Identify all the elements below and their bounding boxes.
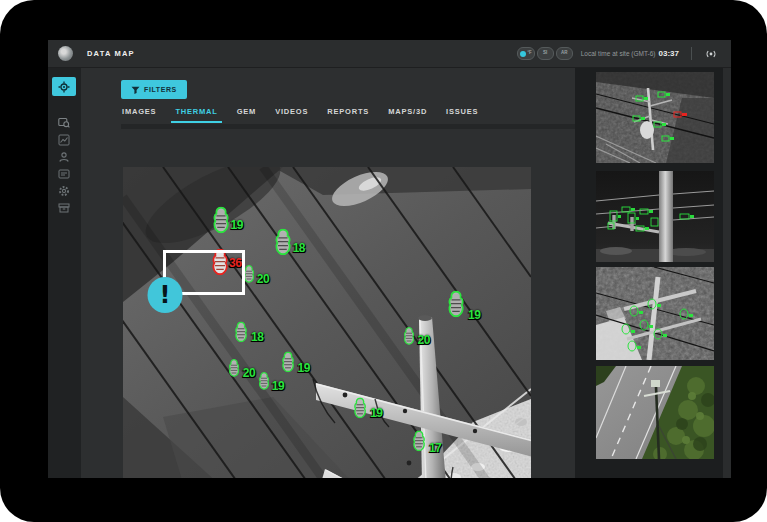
- page-title: DATA MAP: [87, 49, 135, 58]
- insulator-detection-ok[interactable]: [243, 265, 255, 287]
- user-icon: [58, 151, 70, 163]
- thumbnail-thermal-aerial-crossarms[interactable]: [596, 267, 714, 360]
- header-divider: [691, 47, 692, 60]
- local-time-label: Local time at site (GMT-6): [581, 50, 656, 57]
- sidebar: [48, 67, 81, 478]
- thermal-image-viewer[interactable]: 19 18 36 20 19 20 18 20 19 19: [123, 167, 531, 478]
- gear-icon: [58, 185, 70, 197]
- content-area: FILTERS IMAGES THERMAL GEM VIDEOS REPORT…: [81, 67, 575, 478]
- insulator-detection-ok[interactable]: [447, 291, 464, 322]
- thumbnail-3-image: [596, 267, 714, 360]
- filters-button[interactable]: FILTERS: [121, 80, 187, 99]
- temperature-label: 19: [370, 406, 382, 420]
- temperature-label: 17: [429, 441, 441, 455]
- sidebar-item-locate[interactable]: [52, 77, 76, 96]
- temperature-label: 20: [243, 366, 255, 380]
- tab-issues[interactable]: ISSUES: [446, 107, 478, 123]
- insulator-detection-ok[interactable]: [281, 351, 295, 376]
- insulator-detection-ok[interactable]: [412, 430, 426, 455]
- card-icon: [58, 168, 70, 180]
- tab-images[interactable]: IMAGES: [122, 107, 156, 123]
- temperature-label: 18: [251, 330, 263, 344]
- insulator-detection-ok[interactable]: [212, 207, 229, 238]
- insulator-detection-ok[interactable]: [274, 229, 291, 260]
- issue-alert-marker[interactable]: !: [148, 277, 183, 313]
- archive-icon: [58, 202, 70, 214]
- temperature-label: 19: [298, 361, 310, 375]
- screenshot-stage: DATA MAP °F SI AR Local time at site (GM…: [0, 0, 767, 522]
- insulator-detection-ok[interactable]: [258, 372, 270, 394]
- toggle-active-dot: [520, 51, 526, 57]
- thumbnail-rgb-aerial-road-pole[interactable]: [596, 366, 714, 459]
- temperature-label: 19: [272, 379, 284, 393]
- temperature-label: 19: [231, 218, 243, 232]
- unit-toggle-temp[interactable]: °F: [517, 47, 535, 60]
- tab-reports[interactable]: REPORTS: [327, 107, 369, 123]
- temperature-label: 18: [293, 241, 305, 255]
- device-frame: DATA MAP °F SI AR Local time at site (GM…: [0, 0, 767, 522]
- chart-icon: [58, 134, 70, 146]
- temperature-label: 20: [417, 333, 429, 347]
- unit-toggles: °F SI AR: [517, 47, 573, 60]
- insulator-detection-ok[interactable]: [234, 322, 248, 347]
- header-bar: DATA MAP °F SI AR Local time at site (GM…: [48, 40, 731, 68]
- image-search-icon: [58, 117, 70, 129]
- app-window: DATA MAP °F SI AR Local time at site (GM…: [48, 40, 731, 478]
- broadcast-icon[interactable]: [704, 49, 718, 59]
- tab-thermal[interactable]: THERMAL: [175, 107, 217, 123]
- local-time-value: 03:37: [659, 49, 679, 58]
- tab-gem[interactable]: GEM: [237, 107, 256, 123]
- thumbnail-2-image: [596, 171, 714, 262]
- temperature-label: 19: [468, 308, 480, 322]
- thumbnail-thermal-pole-closeup[interactable]: [596, 171, 714, 262]
- locate-icon: [58, 81, 70, 93]
- annotation-layer: 19 18 36 20 19 20 18 20 19 19: [123, 167, 531, 478]
- insulator-detection-ok[interactable]: [353, 397, 367, 422]
- tab-videos[interactable]: VIDEOS: [275, 107, 308, 123]
- unit-toggle-si[interactable]: SI: [537, 47, 554, 60]
- thumbnail-thermal-aerial-road-pole[interactable]: [596, 72, 714, 163]
- insulator-detection-ok[interactable]: [228, 359, 240, 381]
- tab-scroll-track[interactable]: [121, 124, 583, 129]
- unit-toggle-ar[interactable]: AR: [556, 47, 573, 60]
- thumbnail-rail: [575, 67, 731, 478]
- thumbnail-4-image: [596, 366, 714, 459]
- filter-icon: [131, 86, 140, 94]
- rail-scrollbar[interactable]: [723, 67, 731, 478]
- tab-bar: IMAGES THERMAL GEM VIDEOS REPORTS MAPS/3…: [122, 107, 478, 123]
- insulator-detection-ok[interactable]: [403, 327, 415, 349]
- tab-maps3d[interactable]: MAPS/3D: [388, 107, 427, 123]
- sidebar-item-archive[interactable]: [52, 198, 76, 217]
- thumbnail-1-image: [596, 72, 714, 163]
- app-logo-icon: [58, 46, 73, 61]
- temperature-label: 20: [257, 272, 269, 286]
